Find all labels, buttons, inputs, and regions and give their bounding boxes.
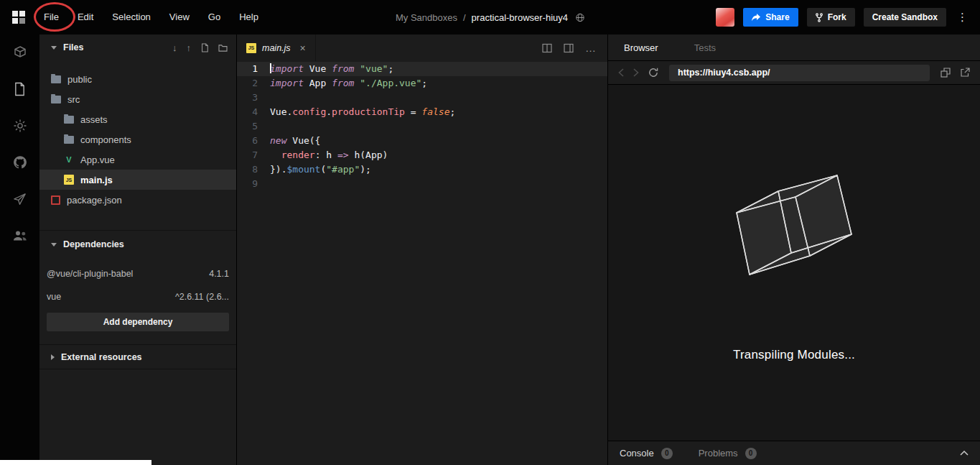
editor-tab-main-js[interactable]: JS main.js × bbox=[237, 34, 316, 61]
share-button[interactable]: Share bbox=[743, 8, 798, 27]
settings-gear-icon[interactable] bbox=[12, 118, 28, 134]
code-line-3[interactable]: 3 bbox=[237, 91, 607, 105]
file-assets[interactable]: assets bbox=[39, 109, 236, 129]
new-file-icon[interactable] bbox=[200, 43, 209, 52]
problems-toggle[interactable]: Problems bbox=[699, 448, 738, 459]
file-label: src bbox=[67, 94, 80, 105]
file-main-js[interactable]: JSmain.js bbox=[39, 170, 236, 190]
menu-help[interactable]: Help bbox=[230, 0, 268, 34]
open-external-icon[interactable] bbox=[960, 68, 970, 78]
layout-panes-icon[interactable] bbox=[564, 43, 574, 53]
forward-icon[interactable] bbox=[633, 68, 639, 77]
github-icon[interactable] bbox=[12, 155, 28, 170]
upload-icon[interactable]: ↑ bbox=[187, 42, 192, 53]
chevron-down-icon bbox=[51, 46, 57, 50]
vue-icon: V bbox=[64, 155, 74, 165]
sandbox-cube-icon[interactable] bbox=[12, 45, 28, 60]
workspace: Files ↓ ↑ publicsrcassetscomponentsVApp.… bbox=[0, 34, 980, 465]
file-public[interactable]: public bbox=[39, 69, 236, 89]
add-dependency-button[interactable]: Add dependency bbox=[47, 313, 229, 331]
menu-view[interactable]: View bbox=[160, 0, 199, 34]
file-components[interactable]: components bbox=[39, 129, 236, 149]
console-bar: Console 0 Problems 0 bbox=[608, 441, 980, 465]
line-text: import Vue from "vue"; bbox=[270, 62, 393, 76]
line-text: import App from "./App.vue"; bbox=[270, 76, 427, 91]
split-vertical-icon[interactable] bbox=[542, 43, 552, 53]
line-number: 7 bbox=[237, 148, 270, 162]
line-text: }).$mount("#app"); bbox=[270, 162, 371, 177]
chevron-right-icon bbox=[51, 354, 55, 360]
close-tab-icon[interactable]: × bbox=[300, 42, 306, 54]
code-editor[interactable]: 1import Vue from "vue";2import App from … bbox=[237, 61, 607, 465]
file-label: components bbox=[80, 134, 131, 145]
dependency-name: vue bbox=[47, 292, 61, 302]
dependency-row[interactable]: vue^2.6.11 (2.6... bbox=[39, 285, 236, 308]
preview-tabs: Browser Tests bbox=[608, 34, 980, 61]
line-number: 9 bbox=[237, 177, 270, 191]
live-collaboration-icon[interactable] bbox=[12, 228, 28, 244]
file-tree: publicsrcassetscomponentsVApp.vueJSmain.… bbox=[39, 60, 236, 231]
file-app-vue[interactable]: VApp.vue bbox=[39, 149, 236, 170]
dependency-version: 4.1.1 bbox=[209, 269, 229, 279]
menu-go[interactable]: Go bbox=[199, 0, 230, 34]
refresh-icon[interactable] bbox=[648, 68, 658, 78]
menu-selection[interactable]: Selection bbox=[103, 0, 159, 34]
dependency-row[interactable]: @vue/cli-plugin-babel4.1.1 bbox=[39, 262, 236, 285]
editor-more-icon[interactable]: … bbox=[585, 42, 597, 54]
code-line-7[interactable]: 7 render: h => h(App) bbox=[237, 148, 607, 162]
dependencies-header[interactable]: Dependencies bbox=[39, 231, 236, 258]
code-line-5[interactable]: 5 bbox=[237, 119, 607, 134]
breadcrumb: My Sandboxes / practical-browser-hiuy4 bbox=[396, 0, 584, 34]
file-src[interactable]: src bbox=[39, 89, 236, 109]
back-icon[interactable] bbox=[618, 68, 624, 77]
line-text: Vue.config.productionTip = false; bbox=[270, 105, 455, 119]
deploy-rocket-icon[interactable] bbox=[12, 191, 28, 207]
tab-browser[interactable]: Browser bbox=[624, 42, 658, 53]
code-line-8[interactable]: 8}).$mount("#app"); bbox=[237, 162, 607, 177]
codesandbox-logo[interactable] bbox=[10, 9, 27, 26]
breadcrumb-my-sandboxes[interactable]: My Sandboxes bbox=[396, 12, 457, 23]
folder-icon bbox=[64, 116, 74, 124]
menu-file[interactable]: File bbox=[34, 0, 68, 34]
tab-tests[interactable]: Tests bbox=[694, 42, 716, 53]
menu-edit[interactable]: Edit bbox=[68, 0, 103, 34]
fork-button[interactable]: Fork bbox=[807, 8, 855, 27]
console-toggle[interactable]: Console bbox=[620, 448, 654, 459]
editor-tabbar: JS main.js × … bbox=[237, 34, 607, 61]
expand-console-icon[interactable] bbox=[960, 451, 969, 456]
files-header[interactable]: Files ↓ ↑ bbox=[39, 34, 236, 60]
line-number: 1 bbox=[237, 62, 270, 76]
code-line-1[interactable]: 1import Vue from "vue"; bbox=[237, 62, 607, 76]
code-line-9[interactable]: 9 bbox=[237, 177, 607, 191]
js-file-icon: JS bbox=[246, 43, 256, 53]
file-explorer-icon[interactable] bbox=[12, 81, 28, 97]
code-line-4[interactable]: 4Vue.config.productionTip = false; bbox=[237, 105, 607, 119]
horizontal-scrollbar-thumb[interactable] bbox=[0, 460, 151, 465]
file-label: main.js bbox=[80, 175, 113, 185]
external-resources-header[interactable]: External resources bbox=[39, 345, 236, 369]
export-sandbox-icon[interactable]: ↓ bbox=[172, 42, 177, 53]
dependencies-list: @vue/cli-plugin-babel4.1.1vue^2.6.11 (2.… bbox=[39, 258, 236, 308]
line-text: new Vue({ bbox=[270, 134, 320, 148]
file-package-json[interactable]: package.json bbox=[39, 190, 236, 210]
address-bar[interactable]: https://hiuy4.csb.app/ bbox=[669, 65, 930, 81]
files-panel: Files ↓ ↑ publicsrcassetscomponentsVApp.… bbox=[39, 34, 237, 465]
line-number: 5 bbox=[237, 119, 270, 134]
menubar: FileEditSelectionViewGoHelp bbox=[34, 0, 268, 34]
responsive-preview-icon[interactable] bbox=[941, 68, 951, 78]
code-line-2[interactable]: 2import App from "./App.vue"; bbox=[237, 76, 607, 91]
file-label: assets bbox=[80, 114, 108, 125]
share-arrow-icon bbox=[752, 14, 760, 22]
files-header-actions: ↓ ↑ bbox=[172, 42, 228, 53]
browser-navbar: https://hiuy4.csb.app/ bbox=[608, 61, 980, 85]
file-label: public bbox=[67, 74, 92, 85]
header-bar: FileEditSelectionViewGoHelp My Sandboxes… bbox=[0, 0, 980, 34]
code-line-6[interactable]: 6new Vue({ bbox=[237, 134, 607, 148]
privacy-globe-icon[interactable] bbox=[575, 13, 584, 22]
sandbox-title: practical-browser-hiuy4 bbox=[472, 12, 568, 23]
avatar[interactable] bbox=[716, 8, 734, 27]
dependency-name: @vue/cli-plugin-babel bbox=[47, 269, 133, 279]
new-folder-icon[interactable] bbox=[218, 44, 228, 52]
create-sandbox-button[interactable]: Create Sandbox bbox=[864, 8, 946, 27]
more-options-icon[interactable]: ⋮ bbox=[955, 11, 970, 24]
